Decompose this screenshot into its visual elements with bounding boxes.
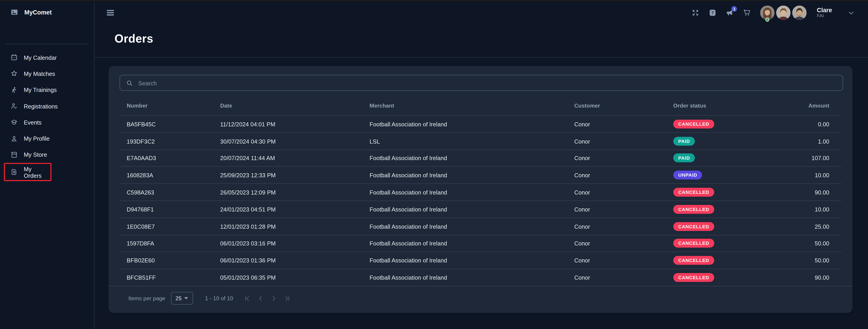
cell-merchant: Football Association of Ireland	[370, 155, 574, 161]
status-badge: UNPAID	[673, 171, 702, 180]
sidebar-item-label: My Trainings	[24, 86, 57, 93]
sidebar: MyComet My CalendarMy MatchesMy Training…	[0, 1, 95, 329]
sidebar-item-my-calendar[interactable]: My Calendar	[0, 49, 94, 66]
cell-customer: Conor	[574, 206, 673, 213]
sidebar-item-my-profile[interactable]: My Profile	[0, 131, 94, 147]
status-badge: PAID	[673, 137, 695, 145]
avatar-bearded-male[interactable]	[793, 5, 807, 20]
hamburger-icon[interactable]	[107, 8, 114, 17]
column-header-merchant: Merchant	[370, 102, 574, 108]
sidebar-item-label: My Store	[24, 152, 47, 158]
status-badge: PAID	[673, 154, 695, 163]
table-row[interactable]: 193DF3C230/07/2024 04:30 PMLSLConorPAID1…	[119, 132, 841, 149]
status-badge: CANCELLED	[673, 119, 714, 128]
user-name: Clare	[817, 6, 832, 13]
sidebar-item-my-store[interactable]: My Store	[0, 147, 94, 163]
brand-name: MyComet	[24, 9, 52, 16]
avatar-female[interactable]	[761, 5, 775, 20]
cell-merchant: Football Association of Ireland	[370, 223, 574, 229]
user-menu[interactable]: Clare FAI	[817, 6, 832, 19]
main-area: ? 1 Clare FAI	[95, 1, 868, 329]
table-row[interactable]: D94768F124/01/2023 04:51 PMFootball Asso…	[119, 200, 841, 217]
column-header-number: Number	[127, 102, 220, 108]
page-size-select[interactable]: 25	[171, 292, 193, 305]
next-page-icon[interactable]	[271, 295, 277, 302]
fullscreen-icon[interactable]	[692, 9, 700, 17]
table-row[interactable]: BFCB51FF05/01/2023 06:35 PMFootball Asso…	[119, 269, 841, 286]
cell-number: 1E0C08E7	[127, 223, 220, 229]
first-page-icon[interactable]	[244, 295, 251, 302]
brand-logo[interactable]: MyComet	[0, 1, 94, 23]
cell-customer: Conor	[574, 223, 673, 229]
column-header-status: Order status	[673, 102, 776, 108]
header-zone: ? 1 Clare FAI	[95, 1, 868, 58]
cell-merchant: Football Association of Ireland	[370, 189, 574, 195]
cell-merchant: LSL	[370, 138, 574, 144]
cell-amount: 10.00	[776, 172, 829, 179]
image-placeholder-icon	[10, 8, 18, 16]
cell-amount: 50.00	[776, 257, 829, 264]
invoice-icon	[10, 168, 18, 176]
cart-icon[interactable]	[743, 9, 751, 17]
store-icon	[10, 151, 18, 159]
cell-number: 1608283A	[127, 172, 220, 179]
sidebar-item-my-orders[interactable]: My Orders	[4, 163, 51, 181]
cell-amount: 50.00	[776, 240, 829, 247]
sidebar-item-my-matches[interactable]: My Matches	[0, 65, 94, 82]
cell-customer: Conor	[574, 121, 673, 127]
cell-customer: Conor	[574, 274, 673, 281]
topbar-right: ? 1 Clare FAI	[682, 5, 855, 20]
status-badge: CANCELLED	[673, 188, 714, 196]
table-row[interactable]: BFB02E6006/01/2023 01:36 PMFootball Asso…	[119, 252, 841, 269]
cell-merchant: Football Association of Ireland	[370, 274, 574, 281]
search-box	[119, 75, 843, 91]
cell-number: E7A0AAD3	[127, 155, 220, 161]
cell-number: 1597D8FA	[127, 240, 220, 247]
search-input[interactable]	[137, 79, 843, 87]
megaphone-icon[interactable]: 1	[726, 9, 734, 17]
table-body: BA5FB45C11/12/2024 04:01 PMFootball Asso…	[119, 113, 841, 286]
window-top-strip	[0, 0, 868, 1]
search-icon	[126, 80, 133, 86]
table-row[interactable]: BA5FB45C11/12/2024 04:01 PMFootball Asso…	[119, 115, 841, 132]
topbar: ? 1 Clare FAI	[95, 1, 868, 24]
prev-page-icon[interactable]	[257, 295, 264, 302]
cell-date: 20/07/2024 11:44 AM	[220, 155, 370, 161]
cell-number: BFCB51FF	[127, 274, 220, 281]
cell-amount: 1.00	[776, 138, 829, 144]
table-row[interactable]: C598A26326/05/2023 12:09 PMFootball Asso…	[119, 184, 841, 200]
star-icon	[10, 70, 18, 77]
cell-date: 30/07/2024 04:30 PM	[220, 138, 370, 144]
avatar-young-male[interactable]	[776, 5, 791, 20]
cell-customer: Conor	[574, 155, 673, 161]
help-icon[interactable]: ?	[709, 9, 717, 17]
graduation-cap-icon	[10, 119, 18, 126]
cell-date: 06/01/2023 01:36 PM	[220, 257, 370, 264]
sidebar-item-registrations[interactable]: Registrations	[0, 98, 94, 114]
cell-customer: Conor	[574, 172, 673, 179]
app-root: MyComet My CalendarMy MatchesMy Training…	[0, 0, 868, 329]
content: Number Date Merchant Customer Order stat…	[95, 57, 868, 313]
cell-number: 193DF3C2	[127, 138, 220, 144]
cell-customer: Conor	[574, 240, 673, 247]
sidebar-item-my-trainings[interactable]: My Trainings	[0, 82, 94, 98]
table-row[interactable]: 1608283A25/09/2023 12:33 PMFootball Asso…	[119, 166, 841, 184]
status-badge: CANCELLED	[673, 239, 714, 248]
sidebar-item-label: My Orders	[24, 165, 50, 179]
page-title: Orders	[115, 32, 868, 57]
cell-status: CANCELLED	[673, 239, 776, 248]
table-row[interactable]: 1E0C08E712/01/2023 01:28 PMFootball Asso…	[119, 218, 841, 235]
sidebar-menu: My CalendarMy MatchesMy TrainingsRegistr…	[0, 49, 94, 181]
cell-merchant: Football Association of Ireland	[370, 206, 574, 213]
orders-table: Number Date Merchant Customer Order stat…	[119, 97, 841, 286]
sidebar-item-label: My Calendar	[24, 54, 57, 61]
cell-status: CANCELLED	[673, 119, 776, 128]
table-row[interactable]: E7A0AAD320/07/2024 11:44 AMFootball Asso…	[119, 149, 841, 166]
chevron-down-icon[interactable]	[848, 9, 855, 16]
cell-amount: 107.00	[776, 155, 829, 161]
table-row[interactable]: 1597D8FA06/01/2023 03:16 PMFootball Asso…	[119, 235, 841, 252]
avatar-group	[761, 5, 807, 20]
last-page-icon[interactable]	[284, 295, 290, 302]
sidebar-item-events[interactable]: Events	[0, 114, 94, 131]
cell-amount: 10.00	[776, 206, 829, 213]
